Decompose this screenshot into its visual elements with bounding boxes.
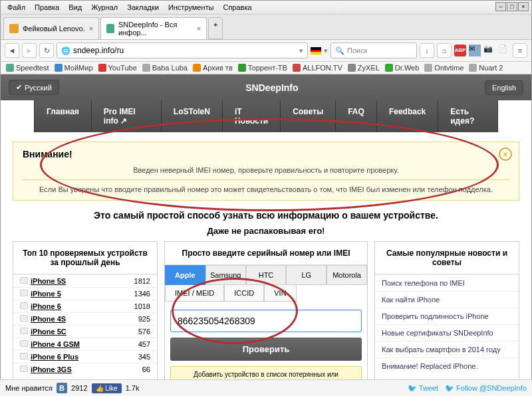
brand-motorola[interactable]: Motorola	[327, 265, 367, 285]
check-button[interactable]: Проверить	[170, 338, 362, 361]
browser-tabs: Фейковый Lenovo.× SNDeepInfo - Вся инфор…	[1, 15, 531, 40]
bookmark-item[interactable]: ZyXEL	[348, 64, 380, 72]
nav-tips[interactable]: Советы	[281, 100, 336, 132]
lang-english-button[interactable]: English	[485, 80, 523, 95]
nav-home[interactable]: Главная	[34, 100, 92, 132]
favicon-icon	[9, 24, 19, 33]
home-button[interactable]: ⌂	[437, 43, 452, 58]
bookmark-icon	[238, 64, 246, 72]
window-maximize[interactable]: □	[507, 2, 517, 11]
brand-samsung[interactable]: Samsung	[205, 265, 246, 285]
bookmark-item[interactable]: Ontvtime	[424, 64, 464, 72]
close-icon[interactable]: ×	[197, 25, 201, 33]
forward-button[interactable]: ►	[22, 43, 37, 58]
bookmark-item[interactable]: Торрент-ТВ	[238, 64, 287, 72]
addon-icon[interactable]: 📷	[483, 45, 495, 56]
favicon-icon	[106, 24, 114, 33]
bookmark-icon	[55, 64, 63, 72]
lang-russian-button[interactable]: ✔Русский	[9, 80, 59, 95]
bookmark-item[interactable]: YouTube	[98, 64, 137, 72]
window-close[interactable]: ×	[518, 2, 529, 11]
menu-file[interactable]: Файл	[3, 2, 29, 13]
news-item[interactable]: Проверить подлинность iPhone	[375, 308, 519, 324]
bookmark-icon	[98, 64, 106, 72]
menu-history[interactable]: Журнал	[87, 2, 122, 13]
bookmark-item[interactable]: Dr.Web	[385, 64, 419, 72]
menu-tools[interactable]: Инструменты	[164, 2, 218, 13]
dropdown-icon[interactable]: ▾	[299, 47, 303, 55]
tweet-button[interactable]: 🐦 Tweet	[408, 384, 438, 393]
device-row[interactable]: iPhone 5C576	[13, 325, 157, 338]
alert-close-button[interactable]: ×	[499, 148, 512, 161]
back-button[interactable]: ◄	[5, 43, 19, 58]
nav-faq[interactable]: FAQ	[336, 100, 377, 132]
bookmark-icon	[424, 64, 432, 72]
check-title: Просто введите серийный номер или IMEI	[165, 242, 367, 265]
menu-edit[interactable]: Правка	[31, 2, 63, 13]
url-input[interactable]	[73, 46, 297, 55]
downloads-button[interactable]: ↓	[420, 43, 434, 58]
news-item[interactable]: Как выбрать смартфон в 2014 году	[375, 341, 519, 357]
nav-pro[interactable]: Pro IMEI info ↗	[92, 100, 162, 132]
reload-button[interactable]: ↻	[39, 43, 54, 58]
subtab-vin[interactable]: VIN	[264, 285, 296, 302]
device-row[interactable]: iPhone 5S1812	[13, 274, 157, 287]
tab-label: Фейковый Lenovo.	[23, 25, 85, 33]
brand-htc[interactable]: HTC	[246, 265, 287, 285]
tab-0[interactable]: Фейковый Lenovo.×	[3, 17, 99, 39]
nav-news[interactable]: iT Новости	[223, 100, 281, 132]
window-minimize[interactable]: –	[495, 2, 506, 11]
menu-help[interactable]: Справка	[219, 2, 255, 13]
nav-feedback[interactable]: Feedback	[377, 100, 438, 132]
menu-button[interactable]: ≡	[513, 43, 527, 58]
menu-view[interactable]: Вид	[65, 2, 86, 13]
subtab-iccid[interactable]: ICCID	[224, 285, 264, 302]
bookmark-item[interactable]: ALLFON.TV	[293, 64, 342, 72]
fb-count: 1.7k	[126, 384, 140, 392]
search-box[interactable]: 🔍 Поиск	[331, 43, 417, 58]
bookmark-item[interactable]: Baba Luba	[142, 64, 188, 72]
device-row[interactable]: iPhone 3GS66	[13, 363, 157, 375]
dropdown-icon[interactable]: ▾	[324, 47, 328, 55]
bubble-icon	[20, 315, 28, 322]
bookmark-icon	[193, 64, 201, 72]
sub-tabs: IMEI / MEID ICCID VIN	[165, 285, 367, 302]
brand-apple[interactable]: Apple	[165, 265, 205, 285]
nav-lostolen[interactable]: LoSToleN	[162, 100, 223, 132]
news-title: Самые популярные новости и советы	[375, 242, 519, 274]
bookmark-item[interactable]: Nuart 2	[469, 64, 503, 72]
subtab-imei[interactable]: IMEI / MEID	[165, 285, 224, 302]
device-row[interactable]: iPhone 61018	[13, 300, 157, 312]
menu-bookmarks[interactable]: Закладки	[123, 2, 163, 13]
follow-button[interactable]: 🐦 Follow @SNDeepInfo	[445, 384, 527, 393]
bookmark-item[interactable]: Speedtest	[6, 64, 49, 72]
device-row[interactable]: iPhone 51346	[13, 287, 157, 300]
page-content: ✔Русский SNDeepInfo English Главная Pro …	[1, 74, 531, 396]
globe-icon: 🌐	[61, 47, 70, 55]
device-row[interactable]: iPhone 6 Plus345	[13, 350, 157, 363]
tab-1[interactable]: SNDeepInfo - Вся инфор...×	[100, 17, 207, 39]
top10-title: Топ 10 проверяемых устройств за прошлый …	[13, 242, 157, 274]
device-row[interactable]: iPhone 4 GSM457	[13, 338, 157, 350]
imei-input[interactable]	[170, 310, 362, 332]
check-icon: ✔	[16, 83, 22, 92]
addon-icon[interactable]: 📄	[498, 45, 510, 56]
bookmark-item[interactable]: Архив тв	[193, 64, 233, 72]
top10-panel: Топ 10 проверяемых устройств за прошлый …	[13, 241, 158, 391]
abp-icon[interactable]: ABP	[454, 45, 466, 56]
news-item[interactable]: Внимание! Replaced iPhone.	[375, 357, 519, 374]
news-item[interactable]: Поиск телефона по IMEI	[375, 274, 519, 291]
vk-icon[interactable]: B	[57, 383, 67, 393]
news-item[interactable]: Как найти iPhone	[375, 291, 519, 308]
fb-like-button[interactable]: 👍 Like	[92, 383, 122, 393]
news-item[interactable]: Новые сертификаты SNDeepInfo	[375, 324, 519, 341]
address-bar[interactable]: 🌐 ▾	[57, 43, 308, 58]
brand-lg[interactable]: LG	[286, 265, 327, 285]
device-row[interactable]: iPhone 4S925	[13, 312, 157, 325]
bookmark-item[interactable]: МойМир	[55, 64, 93, 72]
close-icon[interactable]: ×	[89, 25, 93, 33]
addon-icon[interactable]: ✉	[469, 45, 481, 56]
nav-idea[interactable]: Есть идея?	[438, 100, 498, 132]
like-label: Мне нравится	[5, 384, 53, 392]
new-tab-button[interactable]: +	[208, 17, 223, 39]
